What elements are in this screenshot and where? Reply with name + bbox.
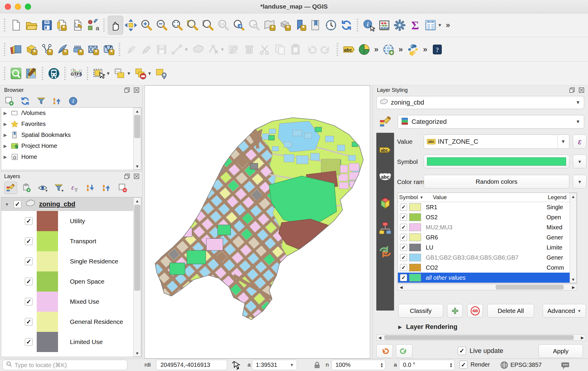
legend-item-transport[interactable]: ✓Transport xyxy=(1,231,141,251)
legend-item-open-space[interactable]: ✓Open Space xyxy=(1,271,141,292)
tab-labels[interactable]: abc xyxy=(379,145,391,156)
toolbar-overflow-icon[interactable]: » xyxy=(396,45,405,54)
row-checkbox[interactable]: ✓ xyxy=(400,254,407,261)
scroll-up-icon[interactable]: ▲ xyxy=(134,198,141,204)
expand-all-button[interactable] xyxy=(84,182,97,194)
statistical-summary-button[interactable]: Σ xyxy=(407,16,423,35)
refresh-button[interactable] xyxy=(20,96,30,107)
browser-item-spatial-bookmarks[interactable]: ▶Spatial Bookmarks xyxy=(1,129,141,140)
scroll-up-icon[interactable]: ▲ xyxy=(570,193,576,200)
toolbar-overflow-icon[interactable]: » xyxy=(421,45,430,54)
classify-button[interactable]: Classify xyxy=(398,304,443,318)
zoom-full-button[interactable] xyxy=(169,16,185,35)
row-checkbox[interactable]: ✓ xyxy=(400,204,407,211)
tab-callouts[interactable]: abc xyxy=(379,171,392,183)
category-row-mu2-mu3[interactable]: ✓MU2;MU3Mixed xyxy=(398,222,570,232)
panel-hscrollbar[interactable]: ◀ ▶ xyxy=(376,334,586,341)
lock-scale-icon[interactable] xyxy=(313,361,322,371)
scroll-down-icon[interactable]: ▼ xyxy=(134,163,141,169)
toolbar-overflow-icon[interactable]: » xyxy=(372,45,381,54)
scale-select[interactable]: 1:39531 ▼ xyxy=(252,360,297,370)
legend-item-general-residence[interactable]: ✓General Residence xyxy=(1,312,141,332)
styling-layer-select[interactable]: zoning_cbd ▼ xyxy=(376,96,584,109)
category-checkbox[interactable]: ✓ xyxy=(25,217,33,225)
row-symbol-swatch[interactable] xyxy=(409,213,421,221)
table-hscrollbar[interactable]: ◀ ▶ xyxy=(398,284,577,290)
row-checkbox[interactable]: ✓ xyxy=(400,224,407,231)
layout-manager-button[interactable] xyxy=(70,16,85,35)
layer-labeling-button[interactable]: abc xyxy=(341,40,356,59)
styling-close-icon[interactable] xyxy=(578,87,585,93)
scroll-left-icon[interactable]: ◀ xyxy=(398,284,404,290)
category-checkbox[interactable]: ✓ xyxy=(25,258,33,265)
new-mesh-layer-button[interactable]: * xyxy=(70,40,85,59)
plugin-search-button[interactable] xyxy=(8,64,24,83)
style-manager-button[interactable]: a xyxy=(85,16,101,35)
scroll-left-icon[interactable]: ◀ xyxy=(377,335,383,340)
column-symbol[interactable]: Symbol xyxy=(398,194,418,201)
zoom-last-button[interactable] xyxy=(231,16,246,35)
temporal-controller-button[interactable] xyxy=(323,16,339,35)
new-shapefile-layer-button[interactable]: * xyxy=(39,40,54,59)
transit-plugin-button[interactable] xyxy=(46,64,62,83)
chevron-down-icon[interactable]: ▼ xyxy=(147,71,152,76)
row-checkbox[interactable]: ✓ xyxy=(400,264,407,271)
open-layer-styling-button[interactable] xyxy=(4,182,17,194)
metasearch-globe-button[interactable] xyxy=(381,40,396,59)
select-features-button[interactable]: ▼ xyxy=(91,64,112,83)
browser-item-favorites[interactable]: ▶Favorites xyxy=(1,119,141,129)
filter-expression-button[interactable]: ε xyxy=(68,182,81,194)
new-spatialite-layer-button[interactable]: * xyxy=(54,40,70,59)
locate-search-input[interactable]: Type to locate (⌘K) xyxy=(2,360,127,370)
render-checkbox[interactable]: ✓ xyxy=(460,361,467,369)
layer-row-zoning-cbd[interactable]: ▼ ✓ zoning_cbd xyxy=(1,197,141,211)
browser-item-project-home[interactable]: ▶Project Home xyxy=(1,140,141,151)
select-by-location-button[interactable] xyxy=(153,64,169,83)
add-category-button[interactable] xyxy=(447,304,463,318)
extents-toggle-icon[interactable] xyxy=(231,360,241,371)
expand-icon[interactable]: ▶ xyxy=(4,121,9,127)
tab-history[interactable] xyxy=(379,245,392,260)
zoom-in-button[interactable] xyxy=(139,16,154,35)
new-virtual-layer-button[interactable]: * xyxy=(85,40,101,59)
legend-item-limited-use[interactable]: ✓Limited Use xyxy=(1,332,141,352)
collapse-tree-button[interactable] xyxy=(52,96,62,107)
layer-diagram-button[interactable] xyxy=(356,40,372,59)
field-calculator-button[interactable] xyxy=(377,16,392,35)
coordinate-input[interactable]: 2049574,-4016913 xyxy=(156,360,227,370)
toolbar-overflow-icon[interactable]: » xyxy=(444,20,452,30)
stepper-icon[interactable]: ▲▼ xyxy=(380,362,385,368)
chevron-down-icon[interactable]: ▼ xyxy=(184,47,189,52)
new-gpx-layer-button[interactable]: * xyxy=(101,40,116,59)
value-field-select[interactable]: abc INT_ZONE_C ▼ xyxy=(424,135,569,149)
remove-category-button[interactable] xyxy=(467,304,483,318)
row-checkbox[interactable]: ✓ xyxy=(400,214,407,221)
row-symbol-swatch[interactable] xyxy=(409,244,421,251)
symbol-dropdown-button[interactable]: ▼ xyxy=(573,155,587,168)
legend-item-utility[interactable]: ✓Utility xyxy=(1,211,141,231)
browser-item-home[interactable]: ▶Home xyxy=(1,151,141,162)
expand-icon[interactable]: ▶ xyxy=(4,111,9,116)
category-checkbox[interactable]: ✓ xyxy=(25,278,33,285)
python-console-button[interactable] xyxy=(405,40,421,59)
row-symbol-swatch[interactable] xyxy=(409,223,421,231)
delete-all-button[interactable]: Delete All xyxy=(487,304,534,318)
category-row-all-other-values[interactable]: ✓all other values xyxy=(398,273,570,283)
map-tiles-plugin-button[interactable] xyxy=(24,64,39,83)
scroll-down-icon[interactable]: ▼ xyxy=(570,276,576,283)
expression-button[interactable]: ε xyxy=(573,135,587,149)
row-symbol-swatch[interactable] xyxy=(409,203,421,211)
live-update-control[interactable]: ✓ Live update xyxy=(458,347,503,355)
expand-icon[interactable]: ▶ xyxy=(4,143,9,149)
category-checkbox[interactable]: ✓ xyxy=(25,237,33,245)
row-symbol-swatch[interactable] xyxy=(409,234,421,241)
collapse-layer-icon[interactable]: ▼ xyxy=(1,202,14,207)
show-spatial-bookmarks-button[interactable] xyxy=(308,16,323,35)
new-map-view-button[interactable]: * xyxy=(262,16,277,35)
renderer-select[interactable]: Categorized ▼ xyxy=(398,115,584,129)
browser-scrollbar[interactable]: ▲ ▼ xyxy=(133,108,141,170)
render-control[interactable]: ✓ Render xyxy=(460,361,490,369)
expand-icon[interactable]: ▶ xyxy=(4,154,9,160)
layers-scrollbar[interactable]: ▲ ▼ xyxy=(133,197,141,357)
layer-visibility-checkbox[interactable]: ✓ xyxy=(14,200,21,208)
